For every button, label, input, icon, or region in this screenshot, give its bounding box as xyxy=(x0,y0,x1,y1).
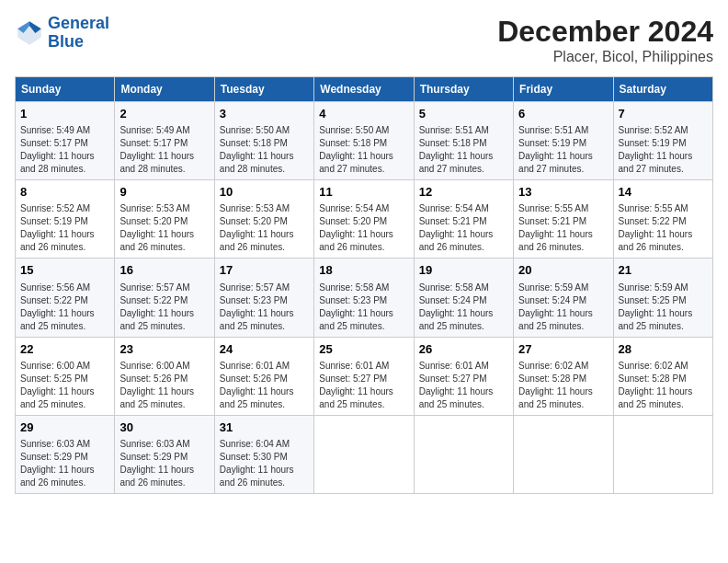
header-row: SundayMondayTuesdayWednesdayThursdayFrid… xyxy=(16,77,713,102)
day-number: 13 xyxy=(518,184,608,201)
calendar-cell: 15Sunrise: 5:56 AM Sunset: 5:22 PM Dayli… xyxy=(16,259,115,337)
week-row-3: 15Sunrise: 5:56 AM Sunset: 5:22 PM Dayli… xyxy=(16,259,713,337)
calendar-cell: 22Sunrise: 6:00 AM Sunset: 5:25 PM Dayli… xyxy=(16,337,115,415)
calendar-cell: 14Sunrise: 5:55 AM Sunset: 5:22 PM Dayli… xyxy=(613,180,712,259)
day-info: Sunrise: 5:55 AM Sunset: 5:21 PM Dayligh… xyxy=(518,202,608,254)
day-number: 4 xyxy=(319,106,408,122)
calendar-cell: 5Sunrise: 5:51 AM Sunset: 5:18 PM Daylig… xyxy=(414,102,513,180)
day-number: 3 xyxy=(220,106,309,122)
day-number: 1 xyxy=(20,106,109,122)
day-info: Sunrise: 5:55 AM Sunset: 5:22 PM Dayligh… xyxy=(619,202,708,254)
day-info: Sunrise: 5:57 AM Sunset: 5:22 PM Dayligh… xyxy=(119,282,209,333)
week-row-5: 29Sunrise: 6:03 AM Sunset: 5:29 PM Dayli… xyxy=(16,415,713,493)
header-wednesday: Wednesday xyxy=(314,77,414,102)
day-info: Sunrise: 5:52 AM Sunset: 5:19 PM Dayligh… xyxy=(20,202,109,254)
calendar-cell: 11Sunrise: 5:54 AM Sunset: 5:20 PM Dayli… xyxy=(314,180,414,259)
calendar-cell xyxy=(613,415,712,493)
day-number: 19 xyxy=(419,262,508,279)
calendar-cell: 31Sunrise: 6:04 AM Sunset: 5:30 PM Dayli… xyxy=(214,415,313,493)
day-number: 2 xyxy=(119,106,209,122)
day-number: 26 xyxy=(419,341,508,358)
day-info: Sunrise: 6:01 AM Sunset: 5:27 PM Dayligh… xyxy=(419,360,508,411)
calendar-cell: 26Sunrise: 6:01 AM Sunset: 5:27 PM Dayli… xyxy=(414,337,513,415)
header-saturday: Saturday xyxy=(613,77,712,102)
header-sunday: Sunday xyxy=(16,77,115,102)
day-info: Sunrise: 5:59 AM Sunset: 5:24 PM Dayligh… xyxy=(518,282,608,333)
day-info: Sunrise: 5:51 AM Sunset: 5:19 PM Dayligh… xyxy=(518,124,608,176)
day-info: Sunrise: 6:01 AM Sunset: 5:26 PM Dayligh… xyxy=(220,360,309,411)
calendar-cell: 25Sunrise: 6:01 AM Sunset: 5:27 PM Dayli… xyxy=(314,337,414,415)
week-row-1: 1Sunrise: 5:49 AM Sunset: 5:17 PM Daylig… xyxy=(16,102,713,180)
calendar-table: SundayMondayTuesdayWednesdayThursdayFrid… xyxy=(15,76,713,494)
calendar-cell: 19Sunrise: 5:58 AM Sunset: 5:24 PM Dayli… xyxy=(414,259,513,337)
day-info: Sunrise: 5:56 AM Sunset: 5:22 PM Dayligh… xyxy=(20,282,109,333)
calendar-cell: 23Sunrise: 6:00 AM Sunset: 5:26 PM Dayli… xyxy=(115,337,214,415)
calendar-cell: 20Sunrise: 5:59 AM Sunset: 5:24 PM Dayli… xyxy=(514,259,613,337)
day-number: 5 xyxy=(419,106,508,122)
calendar-cell: 16Sunrise: 5:57 AM Sunset: 5:22 PM Dayli… xyxy=(115,259,214,337)
week-row-4: 22Sunrise: 6:00 AM Sunset: 5:25 PM Dayli… xyxy=(16,337,713,415)
header-tuesday: Tuesday xyxy=(214,77,313,102)
calendar-cell xyxy=(314,415,414,493)
day-info: Sunrise: 5:51 AM Sunset: 5:18 PM Dayligh… xyxy=(419,124,508,176)
day-info: Sunrise: 6:04 AM Sunset: 5:30 PM Dayligh… xyxy=(220,438,309,489)
day-number: 30 xyxy=(119,419,209,436)
calendar-cell: 27Sunrise: 6:02 AM Sunset: 5:28 PM Dayli… xyxy=(514,337,613,415)
calendar-cell: 4Sunrise: 5:50 AM Sunset: 5:18 PM Daylig… xyxy=(314,102,414,180)
calendar-cell: 12Sunrise: 5:54 AM Sunset: 5:21 PM Dayli… xyxy=(414,180,513,259)
calendar-cell: 30Sunrise: 6:03 AM Sunset: 5:29 PM Dayli… xyxy=(115,415,214,493)
calendar-cell: 10Sunrise: 5:53 AM Sunset: 5:20 PM Dayli… xyxy=(214,180,313,259)
day-number: 11 xyxy=(319,184,408,201)
day-info: Sunrise: 6:03 AM Sunset: 5:29 PM Dayligh… xyxy=(20,438,109,489)
day-number: 31 xyxy=(220,419,309,436)
day-number: 14 xyxy=(619,184,708,201)
day-number: 17 xyxy=(220,262,309,279)
day-number: 29 xyxy=(20,419,109,436)
calendar-cell: 8Sunrise: 5:52 AM Sunset: 5:19 PM Daylig… xyxy=(16,180,115,259)
day-number: 8 xyxy=(20,184,109,201)
day-number: 18 xyxy=(319,262,408,279)
header-friday: Friday xyxy=(514,77,613,102)
day-info: Sunrise: 6:00 AM Sunset: 5:26 PM Dayligh… xyxy=(119,360,209,411)
logo-text: GeneralBlue xyxy=(48,15,109,52)
day-info: Sunrise: 5:53 AM Sunset: 5:20 PM Dayligh… xyxy=(119,202,209,254)
calendar-cell: 1Sunrise: 5:49 AM Sunset: 5:17 PM Daylig… xyxy=(16,102,115,180)
day-number: 21 xyxy=(619,262,708,279)
day-number: 25 xyxy=(319,341,408,358)
day-info: Sunrise: 5:54 AM Sunset: 5:21 PM Dayligh… xyxy=(419,202,508,254)
day-info: Sunrise: 5:53 AM Sunset: 5:20 PM Dayligh… xyxy=(220,202,309,254)
day-info: Sunrise: 6:00 AM Sunset: 5:25 PM Dayligh… xyxy=(20,360,109,411)
calendar-cell: 18Sunrise: 5:58 AM Sunset: 5:23 PM Dayli… xyxy=(314,259,414,337)
calendar-cell xyxy=(514,415,613,493)
day-number: 28 xyxy=(619,341,708,358)
calendar-cell xyxy=(414,415,513,493)
calendar-cell: 29Sunrise: 6:03 AM Sunset: 5:29 PM Dayli… xyxy=(16,415,115,493)
page-header: GeneralBlue December 2024 Placer, Bicol,… xyxy=(15,15,713,65)
title-block: December 2024 Placer, Bicol, Philippines xyxy=(497,15,713,65)
day-info: Sunrise: 6:03 AM Sunset: 5:29 PM Dayligh… xyxy=(119,438,209,489)
day-info: Sunrise: 5:57 AM Sunset: 5:23 PM Dayligh… xyxy=(220,282,309,333)
day-info: Sunrise: 5:49 AM Sunset: 5:17 PM Dayligh… xyxy=(20,124,109,176)
page-title: December 2024 xyxy=(497,15,713,49)
day-number: 23 xyxy=(119,341,209,358)
day-info: Sunrise: 6:02 AM Sunset: 5:28 PM Dayligh… xyxy=(518,360,608,411)
calendar-cell: 6Sunrise: 5:51 AM Sunset: 5:19 PM Daylig… xyxy=(514,102,613,180)
calendar-cell: 17Sunrise: 5:57 AM Sunset: 5:23 PM Dayli… xyxy=(214,259,313,337)
day-number: 27 xyxy=(518,341,608,358)
day-number: 12 xyxy=(419,184,508,201)
logo: GeneralBlue xyxy=(15,15,109,52)
day-info: Sunrise: 5:54 AM Sunset: 5:20 PM Dayligh… xyxy=(319,202,408,254)
day-number: 7 xyxy=(619,106,708,122)
header-thursday: Thursday xyxy=(414,77,513,102)
calendar-cell: 3Sunrise: 5:50 AM Sunset: 5:18 PM Daylig… xyxy=(214,102,313,180)
day-info: Sunrise: 5:49 AM Sunset: 5:17 PM Dayligh… xyxy=(119,124,209,176)
day-number: 16 xyxy=(119,262,209,279)
day-info: Sunrise: 5:52 AM Sunset: 5:19 PM Dayligh… xyxy=(619,124,708,176)
calendar-cell: 24Sunrise: 6:01 AM Sunset: 5:26 PM Dayli… xyxy=(214,337,313,415)
day-number: 9 xyxy=(119,184,209,201)
day-number: 22 xyxy=(20,341,109,358)
day-number: 20 xyxy=(518,262,608,279)
page-subtitle: Placer, Bicol, Philippines xyxy=(497,49,713,65)
day-number: 24 xyxy=(220,341,309,358)
calendar-cell: 13Sunrise: 5:55 AM Sunset: 5:21 PM Dayli… xyxy=(514,180,613,259)
